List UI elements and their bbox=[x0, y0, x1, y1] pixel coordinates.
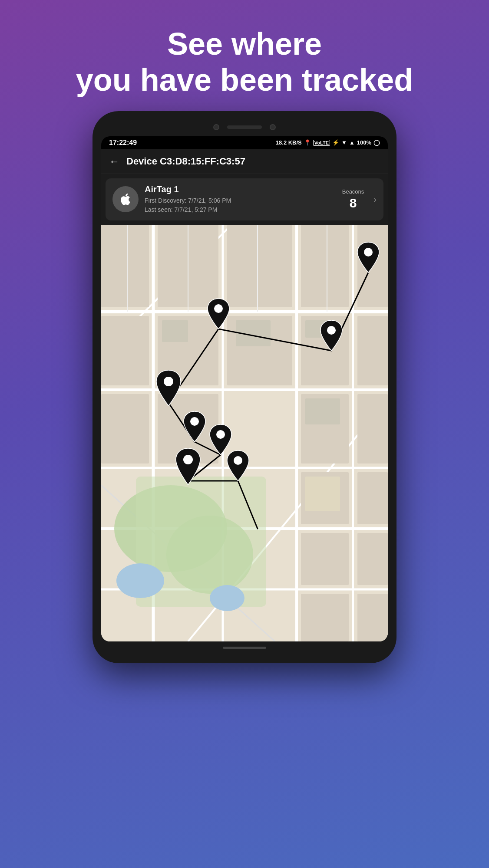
status-time: 17:22:49 bbox=[109, 139, 137, 147]
svg-rect-41 bbox=[305, 398, 340, 424]
location-icon: 📍 bbox=[304, 139, 311, 146]
chevron-right-icon[interactable]: › bbox=[373, 194, 377, 204]
beacons-label: Beacons bbox=[342, 188, 364, 195]
svg-rect-38 bbox=[162, 320, 188, 342]
last-seen-label: Last seen: bbox=[145, 206, 173, 213]
phone-bottom bbox=[101, 641, 388, 654]
beacons-section: Beacons 8 bbox=[342, 188, 364, 210]
phone-screen: 17:22:49 18.2 KB/S 📍 VoLTE ⚡ ▼ ▲ 100% ◯ … bbox=[101, 136, 388, 641]
phone-speaker bbox=[227, 125, 262, 129]
last-seen-value: 7/7/21, 5:27 PM bbox=[175, 206, 218, 213]
first-discovery-label: First Discovery: bbox=[145, 197, 186, 204]
svg-rect-18 bbox=[101, 225, 149, 307]
headline-line2: you have been tracked bbox=[76, 62, 413, 98]
svg-point-51 bbox=[190, 417, 199, 426]
svg-point-47 bbox=[364, 248, 373, 256]
map-container[interactable] bbox=[101, 225, 388, 641]
svg-point-54 bbox=[234, 456, 242, 465]
svg-rect-20 bbox=[227, 225, 292, 307]
svg-rect-36 bbox=[301, 594, 349, 641]
headline: See where you have been tracked bbox=[76, 26, 413, 98]
first-discovery-value: 7/7/21, 5:06 PM bbox=[188, 197, 231, 204]
bluetooth-icon: ⚡ bbox=[332, 139, 339, 146]
volte-icon: VoLTE bbox=[313, 140, 330, 146]
home-indicator bbox=[223, 647, 266, 649]
svg-rect-27 bbox=[357, 316, 388, 385]
device-card[interactable]: AirTag 1 First Discovery: 7/7/21, 5:06 P… bbox=[106, 178, 383, 220]
data-speed: 18.2 KB/S bbox=[276, 139, 302, 146]
headline-line1: See where bbox=[76, 26, 413, 62]
svg-rect-42 bbox=[305, 477, 340, 511]
beacons-count: 8 bbox=[350, 196, 357, 210]
phone-top-bar bbox=[101, 120, 388, 136]
phone-camera bbox=[213, 124, 219, 130]
svg-rect-31 bbox=[357, 394, 388, 464]
status-icons: 18.2 KB/S 📍 VoLTE ⚡ ▼ ▲ 100% ◯ bbox=[276, 139, 380, 146]
device-icon bbox=[112, 186, 139, 212]
phone-camera-right bbox=[270, 124, 276, 130]
wifi-icon: ▼ bbox=[341, 139, 347, 146]
svg-rect-37 bbox=[357, 594, 388, 641]
svg-point-48 bbox=[327, 326, 336, 335]
app-bar: ← Device C3:D8:15:FF:C3:57 bbox=[101, 149, 388, 174]
device-info: AirTag 1 First Discovery: 7/7/21, 5:06 P… bbox=[145, 184, 336, 214]
phone-shell: 17:22:49 18.2 KB/S 📍 VoLTE ⚡ ▼ ▲ 100% ◯ … bbox=[93, 111, 396, 663]
svg-point-16 bbox=[116, 563, 164, 598]
svg-point-17 bbox=[210, 585, 244, 611]
svg-point-49 bbox=[214, 304, 223, 313]
svg-rect-35 bbox=[357, 533, 388, 585]
battery-text: 100% bbox=[357, 139, 371, 146]
battery-icon: ◯ bbox=[373, 139, 380, 146]
device-name: AirTag 1 bbox=[145, 184, 336, 194]
svg-point-52 bbox=[216, 430, 225, 439]
device-meta: First Discovery: 7/7/21, 5:06 PM Last se… bbox=[145, 196, 336, 214]
svg-rect-28 bbox=[101, 394, 149, 464]
status-bar: 17:22:49 18.2 KB/S 📍 VoLTE ⚡ ▼ ▲ 100% ◯ bbox=[101, 136, 388, 149]
svg-rect-34 bbox=[301, 533, 349, 585]
signal-icon: ▲ bbox=[349, 139, 355, 146]
back-button[interactable]: ← bbox=[109, 155, 119, 168]
app-bar-title: Device C3:D8:15:FF:C3:57 bbox=[126, 156, 245, 167]
svg-point-50 bbox=[164, 377, 173, 386]
svg-rect-33 bbox=[357, 472, 388, 524]
svg-rect-23 bbox=[101, 316, 149, 385]
svg-point-53 bbox=[183, 455, 193, 464]
svg-rect-21 bbox=[301, 225, 349, 307]
